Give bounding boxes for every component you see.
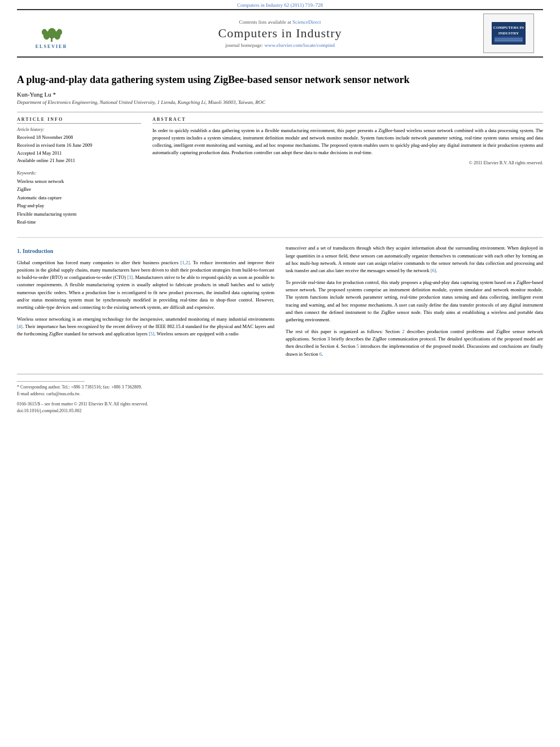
date-online: Available online 21 June 2011 bbox=[17, 157, 141, 165]
keyword-2: ZigBee bbox=[17, 185, 141, 193]
issn-line: 0166-3615/$ – see front matter © 2011 El… bbox=[17, 401, 543, 408]
right-para-1: transceiver and a set of transducers thr… bbox=[286, 244, 543, 274]
intro-heading: 1. Introduction bbox=[17, 247, 274, 256]
corresponding-note: * Corresponding author. Tel.: +886 3 738… bbox=[17, 384, 543, 391]
journal-title: Computers in Industry bbox=[77, 26, 483, 41]
abstract-title: ABSTRACT bbox=[152, 117, 543, 124]
badge-image-icon: COMPUTERS IN INDUSTRY bbox=[492, 22, 526, 45]
journal-header: ELSEVIER Contents lists available at Sci… bbox=[17, 9, 543, 58]
paper-title: A plug-and-play data gathering system us… bbox=[17, 73, 543, 86]
ref-6: [6] bbox=[431, 268, 436, 273]
ref-5: [5] bbox=[148, 331, 154, 337]
date-revised: Received in revised form 16 June 2009 bbox=[17, 142, 141, 150]
keyword-3: Automatic data capture bbox=[17, 194, 141, 202]
history-label: Article history: bbox=[17, 127, 141, 132]
keyword-4: Plug-and-play bbox=[17, 202, 141, 209]
right-column: transceiver and a set of transducers thr… bbox=[286, 244, 543, 362]
elsevier-logo: ELSEVIER bbox=[26, 18, 77, 49]
elsevier-tree-icon bbox=[36, 21, 67, 43]
ref-sec5: 5 bbox=[357, 343, 359, 349]
intro-para-2: Wireless sensor networking is an emergin… bbox=[17, 316, 274, 338]
doi-line: doi:10.1016/j.compind.2011.05.002 bbox=[17, 408, 543, 414]
paper-affiliation: Department of Electronics Engineering, N… bbox=[17, 99, 543, 105]
svg-point-5 bbox=[56, 29, 62, 35]
keywords-list: Wireless sensor network ZigBee Automatic… bbox=[17, 177, 141, 226]
keyword-5: Flexible manufacturing system bbox=[17, 210, 141, 218]
email-link[interactable]: carlu@nuu.edu.tw. bbox=[46, 391, 80, 396]
abstract-copyright: © 2011 Elsevier B.V. All rights reserved… bbox=[152, 160, 543, 165]
left-column: 1. Introduction Global competition has f… bbox=[17, 244, 274, 362]
article-info: ARTICLE INFO Article history: Received 1… bbox=[17, 117, 141, 226]
ref-3: [3] bbox=[127, 274, 133, 280]
contents-line: Contents lists available at ScienceDirec… bbox=[77, 19, 483, 25]
intro-para-1: Global competition has forced many compa… bbox=[17, 259, 274, 311]
article-meta: ARTICLE INFO Article history: Received 1… bbox=[17, 112, 543, 226]
keyword-6: Real-time bbox=[17, 218, 141, 226]
journal-badge: COMPUTERS IN INDUSTRY bbox=[483, 14, 534, 53]
main-columns: 1. Introduction Global competition has f… bbox=[17, 244, 543, 362]
ref-sec6: 6 bbox=[320, 351, 322, 357]
ref-sec2: 2 bbox=[402, 329, 404, 334]
footnote-divider bbox=[17, 381, 85, 382]
paper-authors: Kun-Yung Lu * bbox=[17, 91, 543, 98]
svg-text:COMPUTERS IN: COMPUTERS IN bbox=[493, 25, 524, 30]
abstract-section: ABSTRACT In order to quickly establish a… bbox=[152, 117, 543, 226]
paper-body: A plug-and-play data gathering system us… bbox=[0, 58, 560, 426]
right-para-3: The rest of this paper is organized as f… bbox=[286, 328, 543, 358]
keyword-1: Wireless sensor network bbox=[17, 177, 141, 185]
paper-footer: * Corresponding author. Tel.: +886 3 738… bbox=[17, 374, 543, 414]
abstract-text: In order to quickly establish a data gat… bbox=[152, 127, 543, 156]
svg-rect-9 bbox=[495, 37, 523, 42]
sciencedirect-link[interactable]: ScienceDirect bbox=[292, 19, 321, 25]
citation-text: Computers in Industry 62 (2011) 719–728 bbox=[237, 2, 323, 8]
citation-bar: Computers in Industry 62 (2011) 719–728 bbox=[0, 0, 560, 9]
ref-1-2: [1,2] bbox=[181, 260, 190, 265]
date-accepted: Accepted 14 May 2011 bbox=[17, 150, 141, 158]
svg-point-4 bbox=[41, 29, 47, 35]
elsevier-name: ELSEVIER bbox=[36, 44, 67, 49]
ref-4: [4] bbox=[17, 324, 23, 329]
homepage-line: journal homepage: www.elsevier.com/locat… bbox=[77, 42, 483, 48]
email-note: E-mail address: carlu@nuu.edu.tw. bbox=[17, 391, 543, 397]
keywords-label: Keywords: bbox=[17, 171, 141, 176]
article-info-title: ARTICLE INFO bbox=[17, 117, 141, 124]
right-para-2: To provide real-time data for production… bbox=[286, 279, 543, 324]
section-divider bbox=[17, 237, 543, 238]
svg-text:INDUSTRY: INDUSTRY bbox=[498, 31, 519, 36]
date-received: Received 18 November 2008 bbox=[17, 134, 141, 142]
article-dates: Received 18 November 2008 Received in re… bbox=[17, 134, 141, 164]
homepage-link[interactable]: www.elsevier.com/locate/compind bbox=[265, 42, 335, 48]
journal-header-center: Contents lists available at ScienceDirec… bbox=[77, 19, 483, 48]
